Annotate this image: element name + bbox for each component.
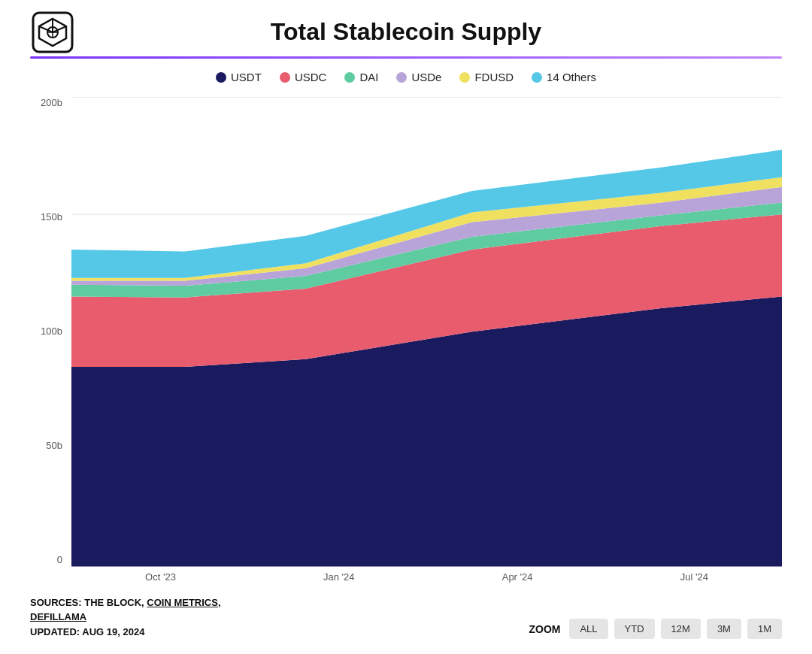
footer: SOURCES: THE BLOCK, COIN METRICS, DEFILL… bbox=[30, 595, 782, 640]
chart-wrapper: Oct '23 Jan '24 Apr '24 Jul '24 bbox=[71, 97, 782, 588]
logo bbox=[30, 10, 75, 55]
stacked-area-chart bbox=[71, 97, 782, 567]
legend-item-dai: DAI bbox=[344, 71, 378, 83]
x-label-oct23: Oct '23 bbox=[145, 571, 176, 588]
header-divider bbox=[30, 56, 782, 59]
y-axis: 200b 150b 100b 50b 0 bbox=[30, 97, 71, 588]
legend-dot-usdc bbox=[280, 72, 290, 83]
legend-label-fdusd: FDUSD bbox=[474, 71, 514, 83]
zoom-1m-button[interactable]: 1M bbox=[747, 619, 782, 639]
x-label-jul24: Jul '24 bbox=[680, 571, 708, 588]
page-title: Total Stablecoin Supply bbox=[271, 18, 541, 46]
zoom-3m-button[interactable]: 3M bbox=[707, 619, 741, 639]
zoom-ytd-button[interactable]: YTD bbox=[614, 619, 655, 639]
legend-dot-dai bbox=[344, 72, 355, 83]
updated-text: UPDATED: AUG 19, 2024 bbox=[30, 625, 221, 640]
legend-label-others: 14 Others bbox=[547, 71, 596, 83]
chart-legend: USDT USDC DAI USDe FDUSD 14 Others bbox=[30, 71, 782, 83]
zoom-12m-button[interactable]: 12M bbox=[661, 619, 701, 639]
legend-label-dai: DAI bbox=[359, 71, 378, 83]
x-label-jan24: Jan '24 bbox=[323, 571, 355, 588]
y-label-0: 0 bbox=[57, 554, 62, 565]
legend-dot-usde bbox=[396, 72, 407, 83]
main-container: Total Stablecoin Supply USDT USDC DAI US… bbox=[0, 0, 812, 654]
zoom-controls: ZOOM ALL YTD 12M 3M 1M bbox=[529, 619, 782, 639]
chart-area: 200b 150b 100b 50b 0 bbox=[30, 97, 782, 588]
legend-item-fdusd: FDUSD bbox=[459, 71, 514, 83]
legend-dot-fdusd bbox=[459, 72, 470, 83]
legend-item-usdt: USDT bbox=[216, 71, 262, 83]
header: Total Stablecoin Supply bbox=[30, 18, 782, 46]
y-label-150b: 150b bbox=[41, 211, 62, 223]
sources-line1: SOURCES: THE BLOCK, COIN METRICS, bbox=[30, 595, 221, 610]
zoom-all-button[interactable]: ALL bbox=[569, 619, 607, 639]
sources-line2: DEFILLAMA bbox=[30, 610, 221, 625]
x-axis: Oct '23 Jan '24 Apr '24 Jul '24 bbox=[71, 567, 782, 588]
legend-label-usdt: USDT bbox=[231, 71, 262, 83]
legend-dot-others bbox=[532, 72, 542, 83]
legend-dot-usdt bbox=[216, 72, 226, 83]
legend-item-others: 14 Others bbox=[532, 71, 596, 83]
legend-label-usde: USDe bbox=[411, 71, 441, 83]
legend-item-usde: USDe bbox=[396, 71, 441, 83]
legend-item-usdc: USDC bbox=[280, 71, 327, 83]
zoom-label: ZOOM bbox=[529, 623, 560, 635]
x-label-apr24: Apr '24 bbox=[502, 571, 533, 588]
legend-label-usdc: USDC bbox=[295, 71, 327, 83]
y-label-200b: 200b bbox=[41, 97, 62, 108]
y-label-50b: 50b bbox=[46, 440, 62, 451]
y-label-100b: 100b bbox=[41, 325, 62, 337]
sources-text: SOURCES: THE BLOCK, COIN METRICS, DEFILL… bbox=[30, 595, 221, 640]
